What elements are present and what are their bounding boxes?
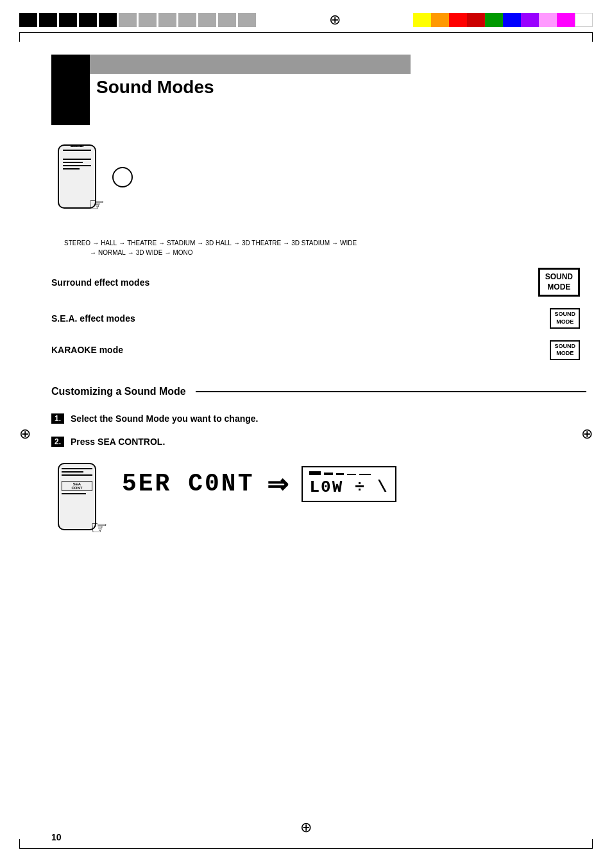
eq-bar-1	[309, 471, 321, 475]
arrow-display: ⇒	[267, 469, 289, 499]
reg-sq-10	[198, 13, 216, 27]
step-2-wrapper: 2. Press SEA CONTROL. SEACONT ☞	[51, 437, 586, 540]
reg-sq-11	[218, 13, 236, 27]
flow-line-2: → NORMAL → 3D WIDE → MONO	[90, 249, 586, 256]
color-sq-yellow	[413, 13, 431, 27]
step-2-content: SEACONT ☞ 5ER C0NT ⇒	[51, 456, 586, 540]
step-1: 1. Select the Sound Mode you want to cha…	[51, 413, 586, 424]
color-sq-violet	[521, 13, 539, 27]
flow-modes: STEREO → HALL → THEATRE → STADIUM → 3D H…	[64, 238, 586, 256]
top-bar: ⊕	[0, 12, 612, 28]
sea-label: S.E.A. effect modes	[51, 313, 135, 324]
page-number: 10	[51, 832, 62, 842]
center-crosshair: ⊕	[329, 12, 341, 28]
eq-bar-4	[347, 474, 356, 475]
color-sq-orange	[431, 13, 449, 27]
reg-sq-5	[99, 13, 117, 27]
sea-cont-display: 5ER C0NT	[122, 470, 254, 498]
gray-title-bar	[90, 55, 411, 74]
step-2-num: 2.	[51, 437, 64, 447]
customizing-header-line	[196, 391, 586, 392]
reg-sq-12	[238, 13, 256, 27]
step-2: 2. Press SEA CONTROL.	[51, 437, 586, 447]
color-sq-magenta	[557, 13, 575, 27]
flow-line-1: STEREO → HALL → THEATRE → STADIUM → 3D H…	[64, 238, 586, 249]
side-crosshair-left: ⊕	[19, 426, 31, 442]
customizing-title: Customizing a Sound Mode	[51, 386, 186, 397]
color-sq-blue	[503, 13, 521, 27]
right-mark-top	[592, 32, 593, 42]
page-title: Sound Modes	[96, 77, 411, 98]
surround-label: Surround effect modes	[51, 277, 149, 288]
reg-sq-3	[59, 13, 77, 27]
reg-sq-1	[19, 13, 37, 27]
reg-sq-4	[79, 13, 97, 27]
karaoke-label: KARAOKE mode	[51, 345, 123, 355]
sea-mode-row: S.E.A. effect modes SOUNDMODE	[51, 308, 586, 328]
eq-bar-3	[336, 473, 344, 475]
remote-control-1: SOUNDMODE ☞	[51, 144, 103, 221]
color-sq-green	[485, 13, 503, 27]
reg-sq-9	[178, 13, 196, 27]
low-display-box: L0W ÷ \	[302, 466, 396, 502]
left-mark-bottom	[19, 839, 20, 849]
black-block	[51, 55, 90, 125]
remote-control-2: SEACONT ☞	[51, 463, 103, 540]
color-sq-darkred	[467, 13, 485, 27]
remote-section: SOUNDMODE ☞	[51, 144, 586, 221]
sea-sound-mode-btn: SOUNDMODE	[550, 308, 580, 328]
karaoke-mode-row: KARAOKE mode SOUNDMODE	[51, 340, 586, 360]
right-mark-bottom	[592, 839, 593, 849]
eq-bar-2	[324, 473, 333, 475]
surround-mode-row: Surround effect modes SOUNDMODE	[51, 268, 586, 297]
customizing-header: Customizing a Sound Mode	[51, 386, 586, 397]
reg-sq-6	[119, 13, 137, 27]
bottom-crosshair: ⊕	[300, 819, 312, 836]
color-sq-red	[449, 13, 467, 27]
eq-bars-display	[309, 471, 388, 475]
left-mark-top	[19, 32, 20, 42]
low-text-display: L0W ÷ \	[309, 478, 388, 497]
customizing-section: Customizing a Sound Mode 1. Select the S…	[51, 386, 586, 540]
display-area: 5ER C0NT ⇒	[122, 466, 396, 502]
bottom-border-line	[19, 848, 593, 849]
reg-sq-7	[139, 13, 157, 27]
step-1-num: 1.	[51, 413, 64, 424]
reg-sq-2	[39, 13, 57, 27]
reg-sq-8	[158, 13, 176, 27]
step-2-text: Press SEA CONTROL.	[71, 437, 165, 447]
main-content: Sound Modes SOUNDMODE ☞	[51, 42, 586, 540]
color-sq-pink	[539, 13, 557, 27]
title-area: Sound Modes	[90, 55, 411, 98]
step-1-text: Select the Sound Mode you want to change…	[71, 413, 258, 424]
top-border-line	[19, 32, 593, 33]
surround-sound-mode-btn: SOUNDMODE	[538, 268, 580, 297]
karaoke-sound-mode-btn: SOUNDMODE	[550, 340, 580, 360]
eq-bar-5	[359, 474, 371, 475]
circle-indicator	[112, 167, 133, 187]
title-row: Sound Modes	[51, 55, 586, 125]
color-sq-white	[575, 13, 593, 27]
